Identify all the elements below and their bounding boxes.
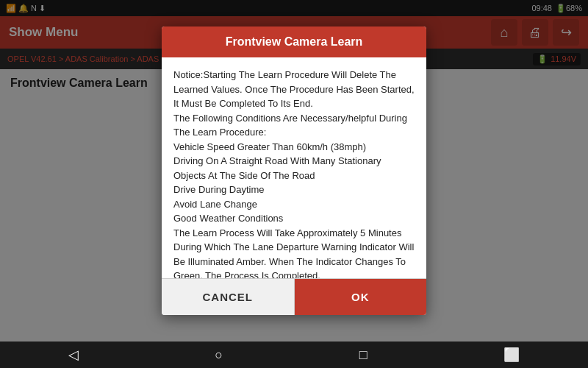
recent-apps-button[interactable]: □	[359, 347, 368, 363]
modal-overlay: Frontview Camera Learn Notice:Starting T…	[0, 0, 588, 342]
back-button[interactable]: ◁	[68, 347, 79, 363]
modal-title: Frontview Camera Learn	[226, 35, 363, 48]
cancel-button[interactable]: CANCEL	[162, 279, 295, 315]
bottom-nav: ◁ ○ □ ⬜	[0, 342, 588, 368]
modal-header: Frontview Camera Learn	[162, 26, 426, 57]
modal-body: Notice:Starting The Learn Procedure Will…	[162, 57, 426, 278]
home-nav-button[interactable]: ○	[215, 347, 223, 363]
modal-dialog: Frontview Camera Learn Notice:Starting T…	[162, 26, 426, 315]
modal-body-text: Notice:Starting The Learn Procedure Will…	[173, 68, 415, 278]
screenshot-button[interactable]: ⬜	[503, 347, 520, 363]
modal-footer: CANCEL OK	[162, 278, 426, 315]
ok-button[interactable]: OK	[295, 279, 427, 315]
